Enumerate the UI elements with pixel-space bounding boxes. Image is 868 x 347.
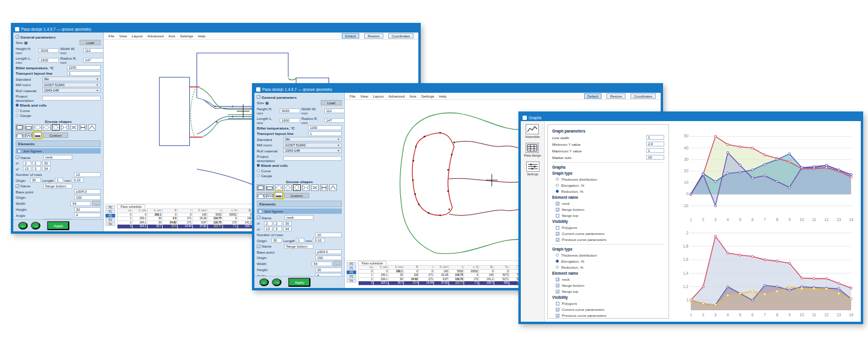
element-checkbox[interactable] [556,214,559,217]
element-checkbox[interactable]: ✓ [556,278,559,281]
topbar-button-coordinates[interactable]: Coordinates [631,93,656,99]
graph-type-option[interactable]: Elongation, % [556,259,664,263]
graph-type-radio[interactable] [556,254,559,257]
groove-shape-oval[interactable] [275,184,283,191]
menu-item-layout[interactable]: Layout [132,34,143,38]
apply-button[interactable]: Apply [47,221,69,230]
select-mill-norm[interactable]: GOST 51943▼ [42,83,101,87]
element-checkbox[interactable]: ✓ [556,202,559,205]
property-input[interactable]: p304.0 [74,189,101,194]
menu-item-settings[interactable]: Settings [180,34,193,38]
rail-item-pass-design[interactable]: Pass design [524,143,541,157]
groove-shape-channel[interactable] [257,192,265,199]
property-input[interactable]: 54 [71,201,91,206]
element-name-input[interactable]: neck [285,215,313,220]
topbar-button-restore[interactable]: Restore [606,93,626,99]
topbar-button-restore[interactable]: Restore [364,33,383,39]
groove-shape-vee[interactable] [61,124,69,131]
menu-item-axis[interactable]: Axis [409,95,416,98]
menu-item-help[interactable]: Help [439,95,446,98]
join-figures-row[interactable]: Join figures [16,148,101,154]
groove-shape-lens[interactable] [70,124,78,131]
property-input[interactable]: 30 [74,207,101,212]
graph-type-radio[interactable] [556,190,559,193]
graph-type-option[interactable]: Reduction, % [556,265,664,269]
next-pass-button[interactable]: → [272,278,281,286]
dim-field-input[interactable]: 1600 [39,58,59,63]
view-mode-radio[interactable] [16,109,19,112]
view-mode-radio[interactable] [257,169,260,172]
element-option[interactable]: ✓flange bottom [556,207,664,211]
coord-input[interactable]: 2 [23,161,31,166]
pass-schedule-tab[interactable]: Pass schedule [117,204,145,208]
graph-type-option[interactable]: Thickness distribution [556,253,664,257]
element-enabled-checkbox[interactable]: ✓ [16,184,19,188]
coord-input[interactable]: 30 [283,221,292,226]
groove-shape-vee[interactable] [302,184,310,191]
graph-type-option[interactable]: Elongation, % [556,183,664,187]
property-input[interactable]: p304.0 [315,249,342,254]
property-pick-button[interactable]: … [92,201,101,206]
load-button[interactable]: Load [80,40,101,45]
visibility-option[interactable]: ✓Previous curve parameters [556,237,664,242]
property-input[interactable]: 30 [271,238,282,243]
visibility-option[interactable]: Polygons [556,301,664,305]
pass-selector-item[interactable]: P3 [105,218,115,222]
groove-shape-angle[interactable] [88,124,96,131]
pass-selector-item[interactable]: P0 [105,205,115,209]
menu-item-help[interactable]: Help [198,34,205,38]
element-option[interactable]: flange top [556,213,664,217]
graph-type-radio[interactable] [556,178,559,181]
element-name-input[interactable]: flange bottom [43,184,72,189]
graph-parameter-input[interactable]: 2.0 [646,142,664,146]
pass-selector-item[interactable]: P4 [347,279,356,283]
coord-input[interactable]: 2 [274,221,282,226]
visibility-checkbox[interactable]: ✓ [556,308,559,311]
select-standard[interactable]: Ski▼ [283,137,342,142]
groove-shape-diamond[interactable] [284,184,292,191]
select-mill-norm[interactable]: GOST 51943▼ [283,143,342,148]
topbar-button-default[interactable]: Default [584,93,602,99]
previous-pass-button[interactable]: ← [259,278,269,286]
dim-field-input[interactable]: 147 [324,118,344,123]
element-checkbox[interactable]: ✓ [556,208,559,211]
pass-selector-item[interactable]: P2 [347,270,356,274]
groove-shape-box[interactable] [16,124,24,131]
custom-groove-button[interactable]: Custom [43,133,68,138]
groove-shape-oval[interactable] [34,124,42,131]
graphs-window-titlebar[interactable]: Graphs [521,114,861,121]
element-checkbox[interactable]: ✓ [556,284,559,287]
sidebar-scroll-area[interactable]: ✓General parametersSize▦LoadHeight H, mm… [13,33,103,219]
join-figures-checkbox[interactable] [259,210,262,213]
coord-input[interactable]: 13 [264,227,272,231]
pass-selector-item[interactable]: P1 [347,266,356,270]
property-input-3[interactable]: 0.10 [313,238,325,243]
wide-field-input[interactable]: 1150 [67,65,101,70]
menu-item-advanced[interactable]: Advanced [389,95,405,98]
menu-item-view[interactable]: View [360,95,368,98]
property-input-2[interactable]: 1 [296,238,304,243]
property-input[interactable]: 150 [74,195,101,200]
element-checkbox[interactable]: ✓ [556,290,559,293]
project-description-input[interactable] [42,96,101,101]
menu-item-layout[interactable]: Layout [373,95,384,98]
topbar-button-default[interactable]: Default [342,33,360,39]
property-input[interactable]: 10 [315,233,342,237]
pass-selector-item[interactable]: P2 [105,214,115,217]
property-input[interactable]: 4 [74,213,101,217]
visibility-option[interactable]: ✓Current curve parameters [556,231,664,236]
groove-shape-channel[interactable] [16,132,24,139]
apply-button[interactable]: Apply [288,278,310,287]
previous-pass-button[interactable]: ← [18,222,28,230]
groove-shape-flat[interactable] [275,192,283,199]
next-pass-button[interactable]: → [31,222,40,230]
element-enabled-checkbox[interactable]: ✓ [257,216,260,219]
groove-shape-round[interactable] [293,184,301,191]
element-option[interactable]: ✓neck [556,277,664,281]
wide-field-input[interactable]: 1150 [308,125,342,130]
element-option[interactable]: ✓flange bottom [556,283,664,287]
visibility-checkbox[interactable] [556,302,559,305]
join-figures-row[interactable]: Join figures [257,208,342,214]
visibility-option[interactable]: ✓Previous curve parameters [556,313,664,317]
groove-shape-lens[interactable] [311,184,319,191]
